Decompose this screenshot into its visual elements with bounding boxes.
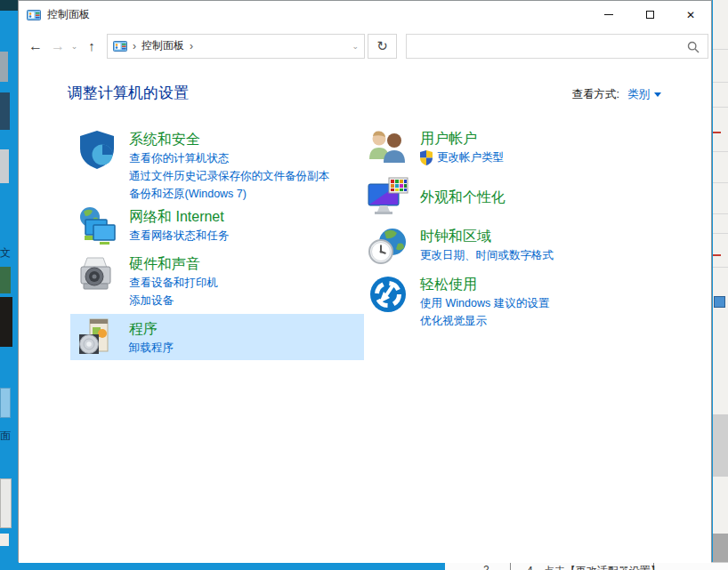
breadcrumb-chevron-icon: ›: [190, 40, 193, 52]
category-title[interactable]: 网络和 Internet: [129, 207, 230, 227]
minimize-icon: [604, 14, 613, 15]
category-title[interactable]: 外观和个性化: [420, 188, 506, 207]
printer-icon[interactable]: [76, 253, 118, 295]
network-globe-icon[interactable]: [76, 205, 118, 248]
category-user-accounts: 用户帐户 更改帐户类型: [361, 127, 655, 170]
desktop-fragment: [0, 52, 8, 82]
category-task-link[interactable]: 优化视觉显示: [420, 312, 549, 330]
search-input[interactable]: [407, 35, 708, 58]
search-icon: [687, 41, 700, 53]
close-button[interactable]: ✕: [670, 1, 711, 28]
category-system-security: 系统和安全 查看你的计算机状态 通过文件历史记录保存你的文件备份副本 备份和还原…: [70, 128, 364, 203]
category-task-link[interactable]: 通过文件历史记录保存你的文件备份副本: [129, 167, 329, 185]
content-area: 调整计算机的设置 查看方式: 类别 系统和安全 查看你的计算机状态 通过文件历史…: [19, 63, 711, 563]
user-accounts-icon[interactable]: [367, 127, 409, 170]
view-by-label: 查看方式:: [572, 87, 619, 102]
refresh-icon: ↻: [376, 38, 388, 54]
titlebar[interactable]: 控制面板 ✕: [19, 1, 711, 28]
category-task-link[interactable]: 查看网络状态和任务: [129, 227, 230, 245]
category-task-link[interactable]: 使用 Windows 建议的设置: [420, 294, 549, 312]
desktop-fragment: [0, 267, 11, 293]
back-button[interactable]: ←: [24, 34, 47, 59]
forward-icon: →: [51, 38, 65, 54]
clock-region-icon[interactable]: [367, 225, 409, 268]
category-task-link[interactable]: 查看你的计算机状态: [129, 149, 329, 167]
close-icon: ✕: [686, 9, 695, 21]
background-window-sliver: [713, 0, 728, 570]
category-task-link[interactable]: 查看设备和打印机: [129, 274, 218, 292]
maximize-button[interactable]: [629, 1, 670, 28]
recent-pages-dropdown[interactable]: ⌄: [69, 34, 80, 59]
breadcrumb[interactable]: › 控制面板 › ⌄: [107, 34, 365, 59]
desktop-fragment: [0, 388, 11, 418]
category-ease-of-access: 轻松使用 使用 Windows 建议的设置 优化视觉显示: [361, 273, 655, 330]
category-clock-region: 时钟和区域 更改日期、时间或数字格式: [361, 225, 655, 268]
category-hardware-sound: 硬件和声音 查看设备和打印机 添加设备: [70, 253, 364, 309]
category-task-link[interactable]: 添加设备: [129, 292, 218, 309]
category-appearance-personalization: 外观和个性化: [361, 175, 655, 218]
ease-of-access-icon[interactable]: [367, 273, 409, 316]
desktop-icon-label-fragment: 文: [0, 245, 14, 261]
breadcrumb-item-control-panel[interactable]: 控制面板: [142, 38, 184, 53]
window-title: 控制面板: [47, 7, 90, 22]
category-title[interactable]: 程序: [129, 319, 174, 339]
software-cd-icon[interactable]: [76, 316, 118, 358]
desktop-fragment: [0, 478, 12, 528]
security-shield-icon[interactable]: [76, 128, 118, 171]
category-title[interactable]: 系统和安全: [129, 130, 329, 149]
category-programs[interactable]: 程序 卸载程序: [70, 314, 364, 360]
forward-button[interactable]: →: [47, 34, 69, 59]
desktop-icon-label-fragment: 面: [0, 429, 14, 444]
minimize-button[interactable]: [588, 1, 629, 28]
navigation-bar: ← → ⌄ ↑ › 控制面板 › ⌄ ↻: [19, 28, 711, 63]
breadcrumb-chevron-icon: ›: [133, 40, 136, 52]
refresh-button[interactable]: ↻: [368, 34, 397, 59]
back-icon: ←: [28, 38, 43, 54]
screen: 文 面 2 4、点击【更改适配器设置】: [0, 0, 728, 570]
category-title[interactable]: 用户帐户: [420, 129, 504, 149]
category-task-link[interactable]: 更改日期、时间或数字格式: [420, 246, 554, 264]
uac-shield-icon: [420, 150, 433, 165]
control-panel-window: 控制面板 ✕ ← → ⌄ ↑ ›: [18, 0, 712, 562]
chevron-down-icon: ⌄: [71, 42, 78, 51]
desktop-fragment: [0, 92, 10, 130]
doc-fragment-text: 4、点击【更改适配器设置】: [527, 564, 661, 570]
search-box[interactable]: [406, 34, 708, 59]
category-title[interactable]: 轻松使用: [420, 275, 549, 294]
control-panel-icon: [113, 39, 127, 53]
desktop-fragment: [0, 297, 12, 347]
doc-fragment-number: 2: [483, 564, 489, 570]
desktop-fragment: [0, 0, 18, 11]
desktop-fragment: [0, 534, 9, 546]
maximize-icon: [646, 11, 654, 19]
view-by-category-link[interactable]: 类别: [627, 87, 650, 102]
category-task-link[interactable]: 卸载程序: [129, 339, 174, 357]
desktop-fragment: [0, 149, 9, 183]
view-by: 查看方式: 类别: [572, 87, 661, 102]
category-title[interactable]: 硬件和声音: [129, 254, 218, 274]
breadcrumb-dropdown-icon[interactable]: ⌄: [352, 42, 359, 51]
category-title[interactable]: 时钟和区域: [420, 227, 554, 246]
caret-down-icon[interactable]: [654, 92, 661, 97]
control-panel-icon: [27, 8, 41, 22]
page-title: 调整计算机的设置: [68, 83, 189, 103]
up-button[interactable]: ↑: [80, 34, 103, 59]
personalization-icon[interactable]: [367, 175, 409, 218]
background-document-fragment: 2 4、点击【更改适配器设置】: [445, 562, 728, 570]
category-task-link[interactable]: 备份和还原(Windows 7): [129, 185, 329, 203]
up-icon: ↑: [88, 38, 95, 53]
category-task-link[interactable]: 更改帐户类型: [437, 149, 504, 166]
category-network-internet: 网络和 Internet 查看网络状态和任务: [70, 205, 364, 248]
